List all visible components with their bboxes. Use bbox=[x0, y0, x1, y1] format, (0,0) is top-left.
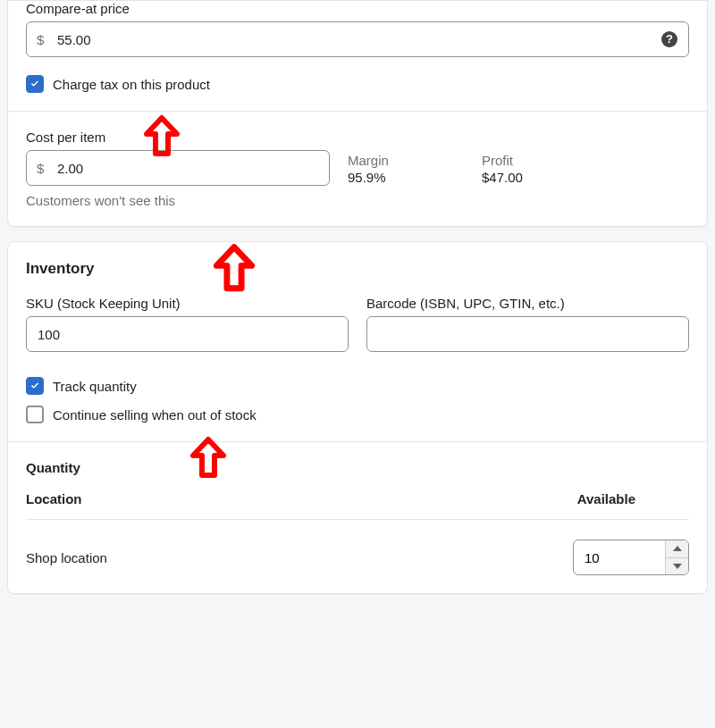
charge-tax-label: Charge tax on this product bbox=[53, 77, 210, 92]
inventory-card: Inventory SKU (Stock Keeping Unit) Barco… bbox=[7, 241, 708, 594]
compare-at-price-label: Compare-at price bbox=[26, 1, 689, 16]
stepper-down-button[interactable] bbox=[666, 557, 688, 575]
help-circle-icon[interactable]: ? bbox=[660, 30, 678, 48]
track-quantity-label: Track quantity bbox=[53, 379, 137, 394]
profit-value: $47.00 bbox=[482, 170, 598, 185]
barcode-input[interactable] bbox=[366, 316, 689, 352]
available-stepper bbox=[573, 540, 689, 575]
charge-tax-row: Charge tax on this product bbox=[26, 75, 689, 93]
inventory-title: Inventory bbox=[26, 260, 689, 278]
cost-per-item-label: Cost per item bbox=[26, 130, 330, 145]
margin-value: 95.9% bbox=[348, 170, 464, 185]
quantity-subtitle: Quantity bbox=[26, 460, 689, 475]
sku-barcode-row: SKU (Stock Keeping Unit) Barcode (ISBN, … bbox=[26, 296, 689, 352]
quantity-header-row: Location Available bbox=[26, 475, 689, 520]
continue-selling-label: Continue selling when out of stock bbox=[53, 407, 257, 423]
inventory-main-section: Inventory SKU (Stock Keeping Unit) Barco… bbox=[8, 242, 707, 441]
stepper-up-button[interactable] bbox=[666, 540, 688, 557]
available-column-header: Available bbox=[577, 491, 635, 506]
cost-per-item-input[interactable] bbox=[26, 150, 330, 186]
location-column-header: Location bbox=[26, 491, 82, 506]
continue-selling-checkbox[interactable] bbox=[26, 406, 44, 423]
quantity-section: Quantity Location Available Shop locatio… bbox=[8, 441, 707, 593]
sku-label: SKU (Stock Keeping Unit) bbox=[26, 296, 349, 311]
profit-label: Profit bbox=[482, 153, 598, 168]
svg-text:?: ? bbox=[666, 32, 673, 46]
continue-selling-row: Continue selling when out of stock bbox=[26, 406, 689, 423]
location-name: Shop location bbox=[26, 550, 107, 565]
pricing-card: Compare-at price $ ? Charge tax on this … bbox=[7, 0, 708, 227]
track-quantity-row: Track quantity bbox=[26, 377, 689, 395]
margin-label: Margin bbox=[348, 153, 464, 168]
sku-input[interactable] bbox=[26, 316, 349, 352]
compare-at-section: Compare-at price $ ? Charge tax on this … bbox=[8, 1, 707, 111]
charge-tax-checkbox[interactable] bbox=[26, 75, 44, 93]
location-row: Shop location bbox=[26, 520, 689, 575]
cost-helper-text: Customers won't see this bbox=[26, 193, 330, 208]
cost-row: Cost per item $ Customers won't see this… bbox=[26, 130, 689, 208]
compare-at-price-input[interactable] bbox=[26, 21, 689, 57]
barcode-label: Barcode (ISBN, UPC, GTIN, etc.) bbox=[366, 296, 689, 311]
cost-section: Cost per item $ Customers won't see this… bbox=[8, 111, 707, 226]
compare-at-price-field-wrap: $ ? bbox=[26, 21, 689, 57]
track-quantity-checkbox[interactable] bbox=[26, 377, 44, 395]
